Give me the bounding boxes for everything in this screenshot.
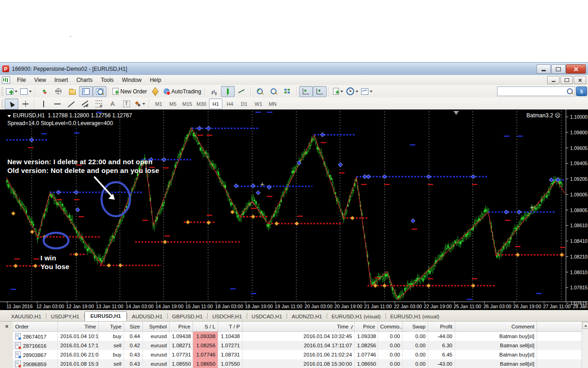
restore-button[interactable] [551,64,565,74]
symbol-cell[interactable]: eurusd [142,359,169,368]
order-id-cell[interactable]: 29086859 [13,359,58,368]
commission-cell[interactable]: 0.00 [378,350,402,359]
data-window-button[interactable] [79,86,93,97]
autotrading-button[interactable]: AutoTrading [162,86,203,97]
open-price-cell[interactable]: 1.08271 [170,341,193,350]
fibonacci-tool-button[interactable]: F [92,98,106,109]
child-restore-button[interactable] [560,76,573,84]
menu-item-file[interactable]: File [13,75,30,85]
chart-tab-8[interactable]: EURUSD,H1 (visual) [327,312,385,321]
comment-cell[interactable]: Batman sell[sl] [455,341,537,350]
line-chart-button[interactable] [235,86,249,97]
profiles-button[interactable] [19,86,33,97]
column-header-profit[interactable]: Profit [428,322,455,332]
order-row[interactable]: 290868592016.01.08 15:30:00sell0.43eurus… [13,359,582,368]
child-close-button[interactable] [574,76,586,84]
menu-item-help[interactable]: Help [146,75,165,85]
terminal-close-button[interactable] [4,323,9,329]
chart-tab-6[interactable]: USDCAD,H1 [247,312,287,321]
menu-item-tools[interactable]: Tools [97,75,118,85]
open-price-cell[interactable]: 1.07731 [170,350,193,359]
type-cell[interactable]: sell [98,341,124,350]
timeframe-button-w1[interactable]: W1 [252,98,265,109]
symbol-cell[interactable]: eurusd [142,350,169,359]
orders-table-header[interactable]: OrderTimeTypeSizeSymbolPriceS / LT / PTi… [13,322,582,332]
chart-tab-7[interactable]: AUDNZD,H1 [287,312,327,321]
column-header-swap[interactable]: Swap [402,322,428,332]
stop-loss-cell[interactable]: 1.08650 [193,359,218,368]
tile-windows-button[interactable] [281,86,294,97]
comment-cell[interactable]: Batman sell[sl] [455,359,537,368]
type-cell[interactable]: buy [98,332,124,341]
open-time-cell[interactable]: 2016.01.04 17:11:02 [58,341,99,350]
column-header-order[interactable]: Order [13,322,58,332]
new-order-button[interactable]: New Order [111,86,148,97]
profit-cell[interactable]: 6.45 [428,350,455,359]
title-bar[interactable]: P 166900: Pepperstone-Demo02 - [EURUSD,H… [0,63,588,75]
stop-loss-cell[interactable]: 1.08256 [193,341,218,350]
close-time-cell[interactable]: 2016.01.08 15:30:00 [243,359,355,368]
chart-tab-1[interactable]: USDJPY,H1 [46,312,84,321]
symbol-cell[interactable]: eurusd [142,341,169,350]
take-profit-cell[interactable]: 1.08731 [218,350,242,359]
text-tool-button[interactable]: A [106,98,119,109]
swap-cell[interactable]: 0.00 [402,350,428,359]
profit-cell[interactable]: 6.30 [428,341,455,350]
close-button[interactable] [566,64,586,74]
chart-window-icon[interactable] [2,76,10,84]
expert-advisors-button[interactable] [148,86,162,97]
open-time-cell[interactable]: 2016.01.06 21:02:22 [58,350,99,359]
search-input[interactable] [498,88,567,95]
close-time-cell[interactable]: 2016.01.04 10:32:45 [243,332,355,341]
new-chart-button[interactable] [5,86,19,97]
label-tool-button[interactable]: T [119,98,133,109]
chart-tab-0[interactable]: XAUUSD,H1 [6,312,46,321]
swap-cell[interactable]: 0.00 [402,359,428,368]
column-header-price[interactable]: Price [355,322,378,332]
order-id-cell[interactable]: 28674017 [13,332,58,341]
history-center-button[interactable] [65,86,79,97]
column-header-t-p[interactable]: T / P [218,322,242,332]
auto-scroll-button[interactable] [299,86,313,97]
arrows-tool-button[interactable] [133,98,147,109]
trendline-tool-button[interactable] [64,98,78,109]
take-profit-cell[interactable]: 1.07271 [218,341,242,350]
column-header-price[interactable]: Price [170,322,193,332]
close-time-cell[interactable]: 2016.01.06 21:02:24 [243,350,355,359]
size-cell[interactable]: 0.44 [124,332,142,341]
channel-tool-button[interactable]: E [78,98,92,109]
scroll-up-button[interactable] [582,322,588,329]
commission-cell[interactable]: 0.00 [378,332,402,341]
symbol-dropdown-icon[interactable] [7,115,11,117]
periods-button[interactable] [345,86,360,97]
horizontal-line-tool-button[interactable] [51,98,64,109]
order-row[interactable]: 286740172016.01.04 10:18:10buy0.44eurusd… [13,332,582,341]
minimize-button[interactable] [537,64,551,74]
take-profit-cell[interactable]: 1.07550 [218,359,242,368]
swap-cell[interactable]: 0.00 [402,341,428,350]
stop-loss-cell[interactable]: 1.07746 [193,350,218,359]
order-id-cell[interactable]: 28903867 [13,350,58,359]
menu-item-charts[interactable]: Charts [72,75,96,85]
navigator-button[interactable] [51,86,65,97]
close-price-cell[interactable]: 1.08256 [355,341,378,350]
timeframe-button-mn[interactable]: MN [266,98,279,109]
close-price-cell[interactable]: 1.09338 [355,332,378,341]
chart-tab-3[interactable]: AUDUSD,H1 [127,312,167,321]
column-header-commis-[interactable]: Commis... [378,322,402,332]
swap-cell[interactable]: 0.00 [402,332,428,341]
close-price-cell[interactable]: 1.07746 [355,350,378,359]
toolbar-grip[interactable] [1,100,3,108]
chart-canvas[interactable] [0,109,588,310]
order-row[interactable]: 287166162016.01.04 17:11:02sell0.42eurus… [13,341,582,350]
candlestick-button[interactable] [221,86,235,97]
child-minimize-button[interactable] [547,76,560,84]
column-header-symbol[interactable]: Symbol [142,322,169,332]
comment-cell[interactable]: Batman buy[sl] [455,350,537,359]
commission-cell[interactable]: 0.00 [378,359,402,368]
size-cell[interactable]: 0.43 [124,359,142,368]
notifications-badge[interactable]: 5 [576,86,587,96]
menu-item-view[interactable]: View [30,75,50,85]
column-header-s-l[interactable]: S / L [193,322,218,332]
market-watch-button[interactable] [38,86,51,97]
